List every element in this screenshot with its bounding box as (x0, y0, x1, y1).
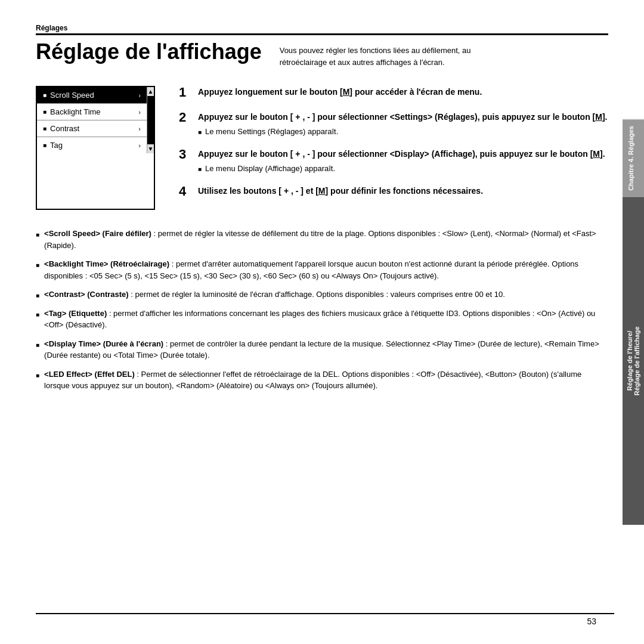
menu-arrow-2: › (138, 109, 141, 116)
menu-arrow-4: › (138, 142, 141, 149)
menu-item-scroll-speed[interactable]: ■ Scroll Speed › (37, 87, 147, 104)
bullet-item-5: ■ <Display Time> (Durée à l'écran) : per… (36, 338, 608, 361)
menu-bullet-4: ■ (43, 142, 47, 148)
bullet-item-4: ■ <Tag> (Etiquette) : permet d'afficher … (36, 308, 608, 331)
bullet-icon-1: ■ (36, 230, 39, 251)
breadcrumb: Réglages (36, 24, 608, 32)
menu-item-contrast[interactable]: ■ Contrast › (37, 120, 147, 137)
main-content: ■ Scroll Speed › ■ Backlight Time › (36, 86, 608, 210)
bullet-text-5: <Display Time> (Durée à l'écran) : perme… (44, 338, 608, 361)
menu-with-scroll: ■ Scroll Speed › ■ Backlight Time › (37, 87, 154, 153)
bullet-text-1: <Scroll Speed> (Faire défiler) : permet … (44, 228, 608, 251)
sidebar-tab-section: Réglage de l'heure/ Réglage de l'afficha… (623, 197, 644, 525)
step-2-content: Appuyez sur le bouton [ + , - ] pour sél… (198, 111, 608, 136)
bullet-item-3: ■ <Contrast> (Contraste) : permet de rég… (36, 289, 608, 301)
bullet-item-2: ■ <Backlight Time> (Rétroéclairage) : pe… (36, 258, 608, 281)
menu-item-backlight-time[interactable]: ■ Backlight Time › (37, 104, 147, 120)
page-number: 53 (587, 617, 596, 626)
step-2: 2 Appuyez sur le bouton [ + , - ] pour s… (179, 111, 608, 136)
bullet-list: ■ <Scroll Speed> (Faire défiler) : perme… (36, 228, 608, 392)
step-2-text: Appuyez sur le bouton [ + , - ] pour sél… (198, 111, 608, 123)
bullet-text-6: <LED Effect> (Effet DEL) : Permet de sél… (44, 369, 608, 392)
menu-item-tag[interactable]: ■ Tag › (37, 137, 147, 153)
bullet-item-6: ■ <LED Effect> (Effet DEL) : Permet de s… (36, 369, 608, 392)
scroll-down-button[interactable]: ▼ (147, 144, 154, 153)
menu-arrow-1: › (138, 92, 141, 99)
menu-bullet-2: ■ (43, 109, 47, 115)
step-3-text: Appuyez sur le bouton [ + , - ] pour sél… (198, 148, 608, 160)
page-header: Réglage de l'affichage Vous pouvez régle… (36, 33, 608, 68)
menu-scrollbar[interactable]: ▲ ▼ (147, 87, 154, 153)
note-bullet-2: ■ (198, 129, 202, 135)
menu-box: ■ Scroll Speed › ■ Backlight Time › (36, 86, 155, 210)
bullet-icon-4: ■ (36, 310, 39, 331)
page-title: Réglage de l'affichage (36, 40, 262, 64)
step-1-content: Appuyez longuement sur le bouton [M] pou… (198, 86, 608, 98)
step-3-content: Appuyez sur le bouton [ + , - ] pour sél… (198, 148, 608, 173)
bullet-icon-6: ■ (36, 371, 39, 392)
bullet-text-3: <Contrast> (Contraste) : permet de régle… (44, 289, 608, 301)
bullet-icon-2: ■ (36, 261, 39, 281)
step-4-content: Utilisez les boutons [ + , - ] et [M] po… (198, 185, 608, 197)
sidebar-tab-chapter: Chapitre 4. Réglages (623, 119, 644, 197)
right-sidebar: Chapitre 4. Réglages Réglage de l'heure/… (623, 119, 644, 525)
step-4: 4 Utilisez les boutons [ + , - ] et [M] … (179, 185, 608, 198)
step-2-note: ■ Le menu Settings (Réglages) apparaît. (198, 127, 608, 136)
step-2-number: 2 (179, 111, 191, 124)
step-3-note: ■ Le menu Display (Affichage) apparaît. (198, 164, 608, 173)
step-4-number: 4 (179, 185, 191, 198)
bullet-item-1: ■ <Scroll Speed> (Faire défiler) : perme… (36, 228, 608, 251)
menu-items-col: ■ Scroll Speed › ■ Backlight Time › (37, 87, 147, 153)
menu-bullet-3: ■ (43, 125, 47, 132)
step-1-number: 1 (179, 86, 191, 99)
bullet-text-2: <Backlight Time> (Rétroéclairage) : perm… (44, 258, 608, 281)
menu-bullet-1: ■ (43, 92, 47, 98)
menu-arrow-3: › (138, 125, 141, 132)
steps-area: 1 Appuyez longuement sur le bouton [M] p… (179, 86, 608, 210)
step-1: 1 Appuyez longuement sur le bouton [M] p… (179, 86, 608, 99)
scroll-up-button[interactable]: ▲ (147, 87, 154, 96)
page-subtitle: Vous pouvez régler les fonctions liées a… (280, 40, 471, 68)
bullet-icon-3: ■ (36, 291, 39, 301)
step-4-text: Utilisez les boutons [ + , - ] et [M] po… (198, 185, 608, 197)
step-3: 3 Appuyez sur le bouton [ + , - ] pour s… (179, 148, 608, 173)
bullet-icon-5: ■ (36, 340, 39, 361)
note-bullet-3: ■ (198, 166, 202, 172)
bullet-text-4: <Tag> (Etiquette) : permet d'afficher le… (44, 308, 608, 331)
step-1-text: Appuyez longuement sur le bouton [M] pou… (198, 86, 608, 98)
step-3-number: 3 (179, 148, 191, 161)
bottom-divider (36, 613, 614, 614)
